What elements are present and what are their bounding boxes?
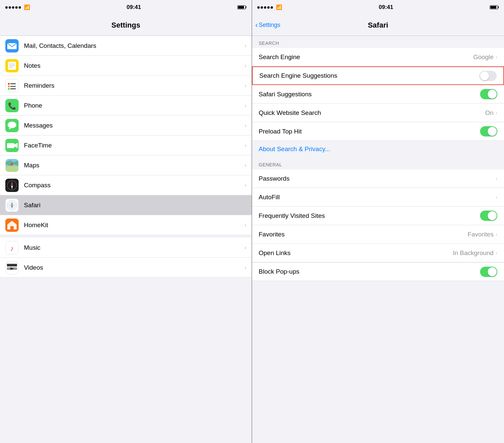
signal-area: 📶 (5, 4, 30, 10)
search-engine-suggestions-row[interactable]: Search Engine Suggestions (252, 66, 504, 85)
maps-label: Maps (24, 162, 245, 169)
general-section-header: GENERAL (252, 157, 504, 169)
sidebar-item-music[interactable]: ♪ Music › (0, 238, 252, 258)
favorites-label: Favorites (259, 231, 468, 238)
svg-point-9 (8, 85, 10, 87)
reminders-chevron: › (245, 83, 246, 89)
right-panel: 📶 09:41 ‹ Settings Safari SEARCH Search … (252, 0, 504, 443)
sidebar-item-notes[interactable]: Notes › (0, 56, 252, 76)
frequently-visited-sites-row[interactable]: Frequently Visited Sites (252, 207, 504, 225)
safari-suggestions-row[interactable]: Safari Suggestions (252, 85, 504, 104)
music-label: Music (24, 244, 245, 251)
search-engine-suggestions-label: Search Engine Suggestions (259, 72, 479, 79)
right-battery-icon (490, 5, 499, 9)
passwords-label: Passwords (259, 175, 496, 182)
left-nav-bar: Settings (0, 15, 252, 36)
messages-icon (5, 119, 19, 132)
sidebar-item-reminders[interactable]: Reminders › (0, 76, 252, 96)
battery-area (237, 5, 246, 9)
wifi-icon: 📶 (24, 4, 30, 10)
sidebar-item-homekit[interactable]: HomeKit › (0, 215, 252, 235)
autofill-chevron: › (496, 194, 497, 200)
sidebar-item-mail[interactable]: Mail, Contacts, Calendars › (0, 36, 252, 56)
preload-top-hit-toggle[interactable] (480, 126, 497, 136)
notes-icon (5, 59, 19, 72)
sidebar-item-videos[interactable]: Videos › (0, 258, 252, 278)
safari-chevron: › (245, 202, 246, 208)
facetime-icon (5, 139, 19, 152)
sidebar-item-maps[interactable]: Maps › (0, 155, 252, 175)
right-signal-dots (257, 6, 273, 9)
autofill-row[interactable]: AutoFill › (252, 188, 504, 207)
back-label: Settings (259, 22, 280, 29)
open-links-chevron: › (496, 250, 497, 256)
safari-suggestions-toggle[interactable] (480, 89, 497, 99)
search-engine-suggestions-toggle[interactable] (479, 71, 497, 81)
frequently-visited-sites-knob (488, 211, 497, 220)
sidebar-item-phone[interactable]: 📞 Phone › (0, 96, 252, 116)
videos-label: Videos (24, 264, 245, 271)
preload-top-hit-row[interactable]: Preload Top Hit (252, 122, 504, 141)
mail-icon (5, 39, 19, 52)
frequently-visited-sites-toggle[interactable] (480, 211, 497, 221)
facetime-label: FaceTime (24, 142, 245, 149)
music-icon: ♪ (5, 241, 19, 254)
right-status-bar: 📶 09:41 (252, 0, 504, 15)
back-button[interactable]: ‹ Settings (255, 22, 280, 29)
svg-rect-7 (6, 79, 18, 92)
left-time: 09:41 (127, 4, 141, 11)
search-engine-value: Google (473, 53, 493, 61)
safari-suggestions-knob (488, 90, 497, 99)
phone-label: Phone (24, 102, 245, 109)
svg-point-10 (8, 88, 10, 90)
reminders-icon (5, 79, 19, 92)
right-title: Safari (368, 21, 388, 30)
right-signal-area: 📶 (257, 4, 282, 10)
search-engine-row[interactable]: Search Engine Google › (252, 48, 504, 66)
open-links-value: In Background (453, 249, 494, 257)
svg-point-25 (11, 163, 13, 165)
search-engine-label: Search Engine (259, 53, 473, 61)
settings-list: Mail, Contacts, Calendars › Notes › (0, 36, 252, 443)
favorites-row[interactable]: Favorites Favorites › (252, 225, 504, 244)
left-title: Settings (111, 21, 140, 30)
list-separator (0, 235, 252, 238)
right-battery-area (490, 5, 499, 9)
block-popups-toggle[interactable] (480, 267, 497, 277)
reminders-label: Reminders (24, 82, 245, 89)
about-search-privacy-row[interactable]: About Search & Privacy... (252, 141, 504, 157)
favorites-chevron: › (496, 231, 497, 237)
svg-point-8 (8, 83, 10, 85)
right-time: 09:41 (379, 4, 393, 11)
quick-website-search-value: On (485, 109, 493, 117)
messages-chevron: › (245, 123, 246, 129)
safari-icon (5, 199, 19, 212)
right-nav-bar: ‹ Settings Safari (252, 15, 504, 36)
mail-label: Mail, Contacts, Calendars (24, 42, 245, 49)
compass-label: Compass (24, 182, 245, 189)
passwords-row[interactable]: Passwords › (252, 169, 504, 188)
maps-chevron: › (245, 162, 246, 168)
open-links-row[interactable]: Open Links In Background › (252, 244, 504, 262)
facetime-chevron: › (245, 142, 246, 148)
sidebar-item-messages[interactable]: Messages › (0, 116, 252, 135)
quick-website-search-row[interactable]: Quick Website Search On › (252, 104, 504, 122)
compass-chevron: › (245, 182, 246, 188)
signal-dots (5, 6, 21, 9)
notes-label: Notes (24, 62, 245, 69)
svg-rect-39 (10, 226, 14, 229)
about-search-privacy-link[interactable]: About Search & Privacy... (259, 145, 330, 153)
left-status-bar: 📶 09:41 (0, 0, 252, 15)
block-popups-row[interactable]: Block Pop-ups (252, 262, 504, 281)
open-links-label: Open Links (259, 249, 453, 257)
sidebar-item-safari[interactable]: Safari › (0, 195, 252, 215)
toggle-knob (480, 71, 489, 80)
sidebar-item-facetime[interactable]: FaceTime › (0, 135, 252, 155)
mail-chevron: › (245, 43, 246, 49)
sidebar-item-compass[interactable]: Compass › (0, 175, 252, 195)
quick-website-search-chevron: › (496, 110, 497, 116)
block-popups-label: Block Pop-ups (259, 268, 480, 275)
frequently-visited-sites-label: Frequently Visited Sites (259, 212, 480, 220)
phone-chevron: › (245, 103, 246, 109)
svg-rect-43 (7, 264, 17, 266)
